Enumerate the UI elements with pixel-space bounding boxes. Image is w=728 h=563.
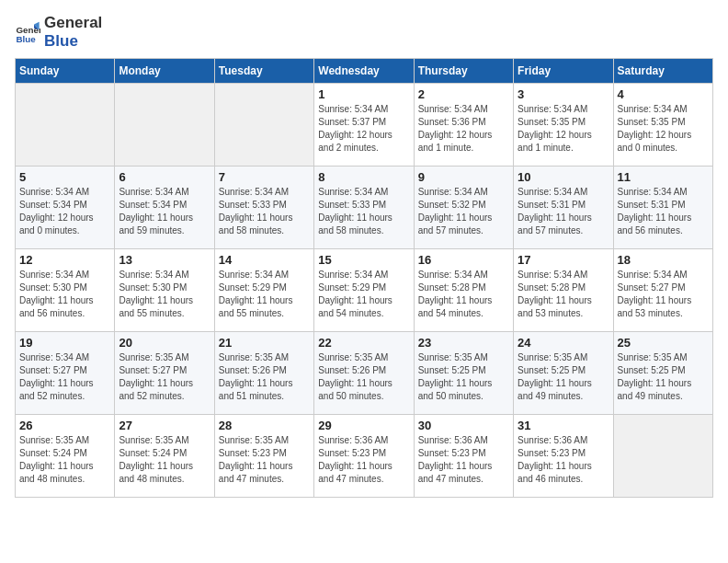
- calendar-week-row: 19Sunrise: 5:34 AM Sunset: 5:27 PM Dayli…: [16, 331, 713, 414]
- calendar-cell: 19Sunrise: 5:34 AM Sunset: 5:27 PM Dayli…: [16, 331, 115, 414]
- calendar-cell: 21Sunrise: 5:35 AM Sunset: 5:26 PM Dayli…: [214, 331, 313, 414]
- col-thursday: Thursday: [414, 58, 513, 83]
- calendar-cell: 18Sunrise: 5:34 AM Sunset: 5:27 PM Dayli…: [613, 248, 712, 331]
- day-number: 25: [618, 336, 709, 350]
- day-number: 30: [418, 419, 509, 432]
- day-number: 9: [418, 170, 509, 184]
- logo-general-text: General: [44, 14, 102, 31]
- day-info: Sunrise: 5:34 AM Sunset: 5:33 PM Dayligh…: [219, 186, 310, 237]
- day-info: Sunrise: 5:35 AM Sunset: 5:25 PM Dayligh…: [618, 351, 709, 403]
- day-info: Sunrise: 5:34 AM Sunset: 5:27 PM Dayligh…: [618, 269, 709, 320]
- day-number: 6: [119, 170, 210, 184]
- calendar-cell: 20Sunrise: 5:35 AM Sunset: 5:27 PM Dayli…: [115, 331, 214, 414]
- day-number: 13: [119, 253, 210, 267]
- col-friday: Friday: [514, 58, 613, 83]
- day-info: Sunrise: 5:34 AM Sunset: 5:36 PM Dayligh…: [418, 103, 509, 155]
- day-info: Sunrise: 5:36 AM Sunset: 5:23 PM Dayligh…: [518, 434, 609, 486]
- calendar-table: Sunday Monday Tuesday Wednesday Thursday…: [15, 58, 713, 498]
- day-info: Sunrise: 5:34 AM Sunset: 5:35 PM Dayligh…: [518, 103, 609, 155]
- day-info: Sunrise: 5:35 AM Sunset: 5:25 PM Dayligh…: [418, 351, 509, 403]
- col-tuesday: Tuesday: [214, 58, 313, 83]
- calendar-cell: 5Sunrise: 5:34 AM Sunset: 5:34 PM Daylig…: [16, 166, 115, 248]
- calendar-cell: 7Sunrise: 5:34 AM Sunset: 5:33 PM Daylig…: [214, 166, 313, 248]
- calendar-cell: 10Sunrise: 5:34 AM Sunset: 5:31 PM Dayli…: [514, 166, 613, 248]
- col-wednesday: Wednesday: [314, 58, 414, 83]
- calendar-cell: 22Sunrise: 5:35 AM Sunset: 5:26 PM Dayli…: [314, 331, 414, 414]
- day-info: Sunrise: 5:35 AM Sunset: 5:27 PM Dayligh…: [119, 351, 210, 403]
- calendar-cell: 15Sunrise: 5:34 AM Sunset: 5:29 PM Dayli…: [314, 248, 414, 331]
- header: General Blue General Blue: [15, 15, 713, 51]
- day-number: 16: [418, 253, 509, 267]
- day-number: 3: [518, 87, 609, 101]
- day-info: Sunrise: 5:34 AM Sunset: 5:30 PM Dayligh…: [119, 269, 210, 320]
- day-number: 24: [518, 336, 609, 350]
- day-number: 5: [19, 170, 110, 184]
- calendar-cell: 23Sunrise: 5:35 AM Sunset: 5:25 PM Dayli…: [414, 331, 513, 414]
- calendar-week-row: 1Sunrise: 5:34 AM Sunset: 5:37 PM Daylig…: [16, 83, 713, 166]
- day-number: 17: [518, 253, 609, 267]
- day-number: 11: [618, 170, 709, 184]
- calendar-cell: [16, 83, 115, 166]
- day-number: 22: [318, 336, 409, 350]
- calendar-cell: 26Sunrise: 5:35 AM Sunset: 5:24 PM Dayli…: [16, 414, 115, 497]
- day-number: 29: [318, 419, 409, 432]
- day-number: 18: [618, 253, 709, 267]
- calendar-week-row: 5Sunrise: 5:34 AM Sunset: 5:34 PM Daylig…: [16, 166, 713, 248]
- day-info: Sunrise: 5:34 AM Sunset: 5:33 PM Dayligh…: [318, 186, 409, 237]
- day-number: 12: [19, 253, 110, 267]
- day-info: Sunrise: 5:35 AM Sunset: 5:25 PM Dayligh…: [518, 351, 609, 403]
- day-info: Sunrise: 5:35 AM Sunset: 5:26 PM Dayligh…: [318, 351, 409, 403]
- day-info: Sunrise: 5:34 AM Sunset: 5:31 PM Dayligh…: [518, 186, 609, 237]
- col-monday: Monday: [115, 58, 214, 83]
- day-number: 15: [318, 253, 409, 267]
- calendar-cell: 9Sunrise: 5:34 AM Sunset: 5:32 PM Daylig…: [414, 166, 513, 248]
- day-info: Sunrise: 5:35 AM Sunset: 5:23 PM Dayligh…: [219, 434, 310, 486]
- calendar-cell: 2Sunrise: 5:34 AM Sunset: 5:36 PM Daylig…: [414, 83, 513, 166]
- day-info: Sunrise: 5:35 AM Sunset: 5:24 PM Dayligh…: [119, 434, 210, 486]
- calendar-cell: 31Sunrise: 5:36 AM Sunset: 5:23 PM Dayli…: [514, 414, 613, 497]
- day-info: Sunrise: 5:36 AM Sunset: 5:23 PM Dayligh…: [318, 434, 409, 486]
- calendar-cell: 29Sunrise: 5:36 AM Sunset: 5:23 PM Dayli…: [314, 414, 414, 497]
- day-info: Sunrise: 5:34 AM Sunset: 5:31 PM Dayligh…: [618, 186, 709, 237]
- calendar-cell: 27Sunrise: 5:35 AM Sunset: 5:24 PM Dayli…: [115, 414, 214, 497]
- day-number: 23: [418, 336, 509, 350]
- day-info: Sunrise: 5:35 AM Sunset: 5:24 PM Dayligh…: [19, 434, 110, 486]
- calendar-cell: 8Sunrise: 5:34 AM Sunset: 5:33 PM Daylig…: [314, 166, 414, 248]
- day-number: 8: [318, 170, 409, 184]
- calendar-cell: 14Sunrise: 5:34 AM Sunset: 5:29 PM Dayli…: [214, 248, 313, 331]
- calendar-cell: 11Sunrise: 5:34 AM Sunset: 5:31 PM Dayli…: [613, 166, 712, 248]
- day-number: 20: [119, 336, 210, 350]
- day-info: Sunrise: 5:34 AM Sunset: 5:34 PM Dayligh…: [119, 186, 210, 237]
- calendar-cell: 17Sunrise: 5:34 AM Sunset: 5:28 PM Dayli…: [514, 248, 613, 331]
- day-number: 28: [219, 419, 310, 432]
- calendar-cell: 28Sunrise: 5:35 AM Sunset: 5:23 PM Dayli…: [214, 414, 313, 497]
- day-info: Sunrise: 5:34 AM Sunset: 5:29 PM Dayligh…: [318, 269, 409, 320]
- day-number: 1: [318, 87, 409, 101]
- calendar-week-row: 12Sunrise: 5:34 AM Sunset: 5:30 PM Dayli…: [16, 248, 713, 331]
- calendar-cell: 30Sunrise: 5:36 AM Sunset: 5:23 PM Dayli…: [414, 414, 513, 497]
- day-info: Sunrise: 5:34 AM Sunset: 5:35 PM Dayligh…: [618, 103, 709, 155]
- calendar-cell: 12Sunrise: 5:34 AM Sunset: 5:30 PM Dayli…: [16, 248, 115, 331]
- calendar-cell: 13Sunrise: 5:34 AM Sunset: 5:30 PM Dayli…: [115, 248, 214, 331]
- header-row: Sunday Monday Tuesday Wednesday Thursday…: [16, 58, 713, 83]
- day-number: 26: [19, 419, 110, 432]
- calendar-cell: 25Sunrise: 5:35 AM Sunset: 5:25 PM Dayli…: [613, 331, 712, 414]
- day-number: 31: [518, 419, 609, 432]
- day-info: Sunrise: 5:34 AM Sunset: 5:28 PM Dayligh…: [418, 269, 509, 320]
- calendar-week-row: 26Sunrise: 5:35 AM Sunset: 5:24 PM Dayli…: [16, 414, 713, 497]
- day-number: 4: [618, 87, 709, 101]
- calendar-cell: [115, 83, 214, 166]
- calendar-cell: 24Sunrise: 5:35 AM Sunset: 5:25 PM Dayli…: [514, 331, 613, 414]
- svg-text:Blue: Blue: [16, 35, 36, 45]
- day-info: Sunrise: 5:34 AM Sunset: 5:32 PM Dayligh…: [418, 186, 509, 237]
- day-number: 10: [518, 170, 609, 184]
- day-number: 7: [219, 170, 310, 184]
- day-info: Sunrise: 5:36 AM Sunset: 5:23 PM Dayligh…: [418, 434, 509, 486]
- day-info: Sunrise: 5:34 AM Sunset: 5:37 PM Dayligh…: [318, 103, 409, 155]
- logo-icon: General Blue: [15, 19, 40, 45]
- calendar-cell: 1Sunrise: 5:34 AM Sunset: 5:37 PM Daylig…: [314, 83, 414, 166]
- day-info: Sunrise: 5:34 AM Sunset: 5:28 PM Dayligh…: [518, 269, 609, 320]
- day-info: Sunrise: 5:34 AM Sunset: 5:30 PM Dayligh…: [19, 269, 110, 320]
- day-info: Sunrise: 5:34 AM Sunset: 5:27 PM Dayligh…: [19, 351, 110, 403]
- calendar-cell: 3Sunrise: 5:34 AM Sunset: 5:35 PM Daylig…: [514, 83, 613, 166]
